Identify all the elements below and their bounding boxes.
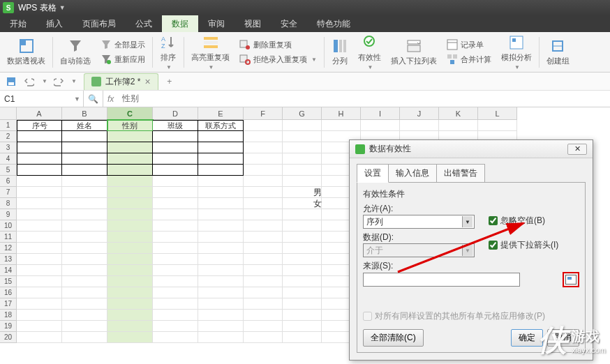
- cell[interactable]: [153, 232, 198, 243]
- cell[interactable]: [153, 165, 198, 176]
- cell[interactable]: [198, 332, 244, 343]
- cell[interactable]: [107, 209, 153, 220]
- source-input[interactable]: [363, 273, 520, 287]
- cell[interactable]: [153, 298, 198, 310]
- column-header[interactable]: C: [107, 107, 153, 120]
- row-header[interactable]: 15: [0, 276, 17, 287]
- validity-button[interactable]: 有效性▼: [358, 34, 381, 70]
- cell[interactable]: [244, 243, 283, 254]
- cell[interactable]: [198, 232, 244, 243]
- row-header[interactable]: 17: [0, 298, 17, 310]
- cell[interactable]: [62, 176, 107, 187]
- column-header[interactable]: E: [198, 107, 244, 120]
- dialog-close-button[interactable]: ✕: [567, 144, 587, 155]
- text-to-columns-button[interactable]: 分列: [332, 38, 348, 66]
- cell[interactable]: [62, 287, 107, 298]
- column-header[interactable]: L: [478, 107, 517, 120]
- cell[interactable]: [244, 187, 283, 198]
- cell[interactable]: [198, 187, 244, 198]
- cell[interactable]: [17, 165, 62, 176]
- redo-icon[interactable]: [52, 75, 66, 89]
- cell[interactable]: [62, 276, 107, 287]
- cell[interactable]: [107, 142, 153, 153]
- cell[interactable]: [107, 254, 153, 265]
- cell[interactable]: [153, 209, 198, 220]
- cell[interactable]: [153, 321, 198, 332]
- ribbon-tab-6[interactable]: 视图: [235, 15, 271, 32]
- cell[interactable]: [17, 310, 62, 321]
- cell[interactable]: [283, 276, 322, 287]
- cell[interactable]: [107, 131, 153, 142]
- search-icon[interactable]: 🔍: [88, 94, 98, 104]
- row-header[interactable]: 6: [0, 176, 17, 187]
- cell[interactable]: [62, 243, 107, 254]
- cell[interactable]: [244, 209, 283, 220]
- ribbon-tab-4[interactable]: 数据: [162, 15, 198, 32]
- cell[interactable]: [198, 209, 244, 220]
- cell[interactable]: [153, 142, 198, 153]
- cell[interactable]: [153, 131, 198, 142]
- cell[interactable]: [62, 298, 107, 310]
- cell[interactable]: [244, 321, 283, 332]
- cell[interactable]: [62, 153, 107, 165]
- allow-select[interactable]: 序列 ▼: [363, 215, 475, 229]
- cell[interactable]: [17, 176, 62, 187]
- workbook-tab[interactable]: 工作簿2 * ×: [84, 73, 158, 90]
- name-box[interactable]: C1 ▼: [0, 91, 84, 107]
- cell[interactable]: [283, 243, 322, 254]
- cell[interactable]: [283, 142, 322, 153]
- cell[interactable]: [107, 165, 153, 176]
- insert-dropdown-button[interactable]: 插入下拉列表: [391, 38, 437, 66]
- cell[interactable]: [107, 232, 153, 243]
- cell[interactable]: [17, 243, 62, 254]
- column-header[interactable]: B: [62, 107, 107, 120]
- cell[interactable]: [198, 131, 244, 142]
- cell[interactable]: [107, 220, 153, 232]
- cell[interactable]: [198, 153, 244, 165]
- cell[interactable]: [17, 298, 62, 310]
- cell[interactable]: 联系方式: [198, 120, 244, 131]
- cell[interactable]: [153, 187, 198, 198]
- cell[interactable]: [198, 220, 244, 232]
- cell[interactable]: [153, 265, 198, 276]
- cell[interactable]: [439, 120, 478, 131]
- cell[interactable]: [244, 153, 283, 165]
- cell[interactable]: [17, 265, 62, 276]
- range-selector-button[interactable]: [563, 272, 579, 287]
- cell[interactable]: [153, 276, 198, 287]
- chevron-down-icon[interactable]: ▼: [74, 96, 80, 103]
- cell[interactable]: [62, 310, 107, 321]
- cell[interactable]: [283, 265, 322, 276]
- cell[interactable]: [62, 142, 107, 153]
- cell[interactable]: [107, 198, 153, 209]
- cell[interactable]: 序号: [17, 120, 62, 131]
- cell[interactable]: [244, 265, 283, 276]
- cell[interactable]: [153, 153, 198, 165]
- dialog-tab-1[interactable]: 输入信息: [388, 164, 437, 183]
- cell[interactable]: [198, 176, 244, 187]
- cell[interactable]: [107, 187, 153, 198]
- cell[interactable]: [107, 321, 153, 332]
- chevron-down-icon[interactable]: ▼: [71, 78, 77, 84]
- ribbon-tab-2[interactable]: 页面布局: [73, 15, 126, 32]
- cell[interactable]: [244, 198, 283, 209]
- close-tab-icon[interactable]: ×: [145, 76, 151, 87]
- cell[interactable]: [17, 287, 62, 298]
- app-menu-dropdown-icon[interactable]: ▼: [59, 4, 66, 11]
- cell[interactable]: [17, 131, 62, 142]
- cell[interactable]: [478, 120, 517, 131]
- pivot-table-button[interactable]: 数据透视表: [7, 38, 45, 66]
- cell[interactable]: [361, 120, 400, 131]
- cell[interactable]: [107, 287, 153, 298]
- select-all-corner[interactable]: [0, 107, 17, 120]
- cell[interactable]: [153, 176, 198, 187]
- clear-all-button[interactable]: 全部清除(C): [363, 329, 424, 347]
- column-header[interactable]: H: [322, 107, 361, 120]
- row-header[interactable]: 2: [0, 131, 17, 142]
- cell[interactable]: [283, 153, 322, 165]
- reject-duplicates-button[interactable]: 拒绝录入重复项▼: [239, 52, 317, 66]
- ribbon-tab-1[interactable]: 插入: [36, 15, 73, 32]
- row-header[interactable]: 20: [0, 332, 17, 343]
- row-header[interactable]: 19: [0, 321, 17, 332]
- cell[interactable]: [17, 254, 62, 265]
